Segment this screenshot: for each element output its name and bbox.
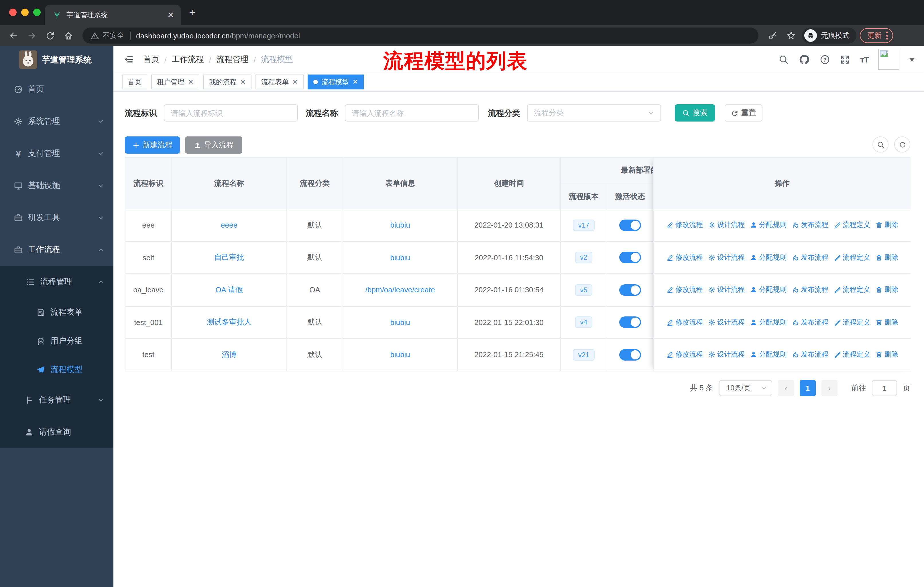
address-bar[interactable]: 不安全 dashboard.yudao.iocoder.cn/bpm/manag… — [82, 28, 759, 43]
action-delete[interactable]: 删除 — [875, 350, 898, 360]
font-size-icon[interactable]: тT — [860, 55, 868, 64]
action-delete[interactable]: 删除 — [875, 220, 898, 230]
new-tab-button[interactable]: + — [189, 7, 195, 18]
breadcrumb-home[interactable]: 首页 — [143, 54, 159, 64]
minimize-window-button[interactable] — [21, 8, 29, 16]
breadcrumb-process-manage[interactable]: 流程管理 — [216, 54, 249, 64]
goto-page-input[interactable] — [872, 380, 897, 396]
form-info-link[interactable]: biubiu — [390, 221, 410, 230]
action-design-process[interactable]: 设计流程 — [708, 253, 745, 263]
process-name-link[interactable]: 滔博 — [222, 350, 237, 360]
current-page-button[interactable]: 1 — [800, 380, 816, 396]
create-process-button[interactable]: 新建流程 — [125, 136, 180, 154]
action-delete[interactable]: 删除 — [875, 285, 898, 295]
form-info-link[interactable]: biubiu — [390, 318, 410, 327]
security-status[interactable]: 不安全 — [91, 31, 124, 40]
sidebar-item-home[interactable]: 首页 — [0, 73, 114, 106]
process-name-link[interactable]: 测试多审批人 — [207, 317, 251, 327]
avatar[interactable] — [878, 49, 899, 70]
sidebar-item-leave-query[interactable]: 请假查询 — [0, 416, 114, 448]
tag-tenant-manage[interactable]: 租户管理✕ — [151, 74, 200, 89]
action-delete[interactable]: 删除 — [875, 253, 898, 263]
action-process-definition[interactable]: 流程定义 — [833, 317, 870, 327]
close-icon[interactable]: ✕ — [292, 78, 298, 86]
category-select[interactable]: 流程分类 — [527, 104, 661, 122]
reload-button[interactable] — [42, 28, 57, 43]
active-toggle[interactable] — [619, 284, 641, 296]
process-name-link[interactable]: OA 请假 — [215, 285, 243, 295]
show-search-toggle-button[interactable] — [873, 136, 888, 152]
tag-process-model[interactable]: 流程模型✕ — [308, 74, 364, 89]
sidebar-item-user-group[interactable]: 用户分组 — [0, 327, 114, 356]
form-info-link[interactable]: biubiu — [390, 351, 410, 359]
close-window-button[interactable] — [9, 8, 16, 16]
page-size-select[interactable]: 10条/页 — [719, 380, 772, 396]
passwords-key-icon[interactable] — [765, 28, 780, 43]
action-design-process[interactable]: 设计流程 — [708, 285, 745, 295]
help-icon[interactable] — [820, 54, 830, 64]
import-process-button[interactable]: 导入流程 — [185, 136, 242, 154]
bookmark-star-icon[interactable] — [784, 28, 799, 43]
action-design-process[interactable]: 设计流程 — [708, 350, 745, 360]
refresh-table-button[interactable] — [894, 136, 910, 152]
tab-close-icon[interactable]: ✕ — [166, 10, 175, 20]
github-icon[interactable] — [799, 54, 810, 65]
maximize-window-button[interactable] — [33, 8, 41, 16]
action-edit-process[interactable]: 修改流程 — [666, 350, 703, 360]
active-toggle[interactable] — [619, 349, 641, 360]
sidebar-item-workflow[interactable]: 工作流程 — [0, 234, 114, 266]
sidebar-item-infrastructure[interactable]: 基础设施 — [0, 170, 114, 202]
action-process-definition[interactable]: 流程定义 — [833, 285, 870, 295]
fullscreen-icon[interactable] — [840, 54, 850, 64]
action-design-process[interactable]: 设计流程 — [708, 317, 745, 327]
action-edit-process[interactable]: 修改流程 — [666, 253, 703, 263]
process-name-input[interactable] — [352, 109, 472, 117]
action-publish-process[interactable]: 发布流程 — [792, 253, 828, 263]
avatar-caret-icon[interactable] — [909, 58, 915, 61]
back-button[interactable] — [6, 28, 21, 43]
breadcrumb-workflow[interactable]: 工作流程 — [172, 54, 204, 64]
process-id-input[interactable] — [171, 109, 291, 117]
tag-home[interactable]: 首页 — [122, 74, 147, 89]
action-publish-process[interactable]: 发布流程 — [792, 220, 828, 230]
reset-button[interactable]: 重置 — [724, 104, 762, 122]
search-icon[interactable] — [779, 54, 789, 64]
close-icon[interactable]: ✕ — [188, 78, 194, 86]
sidebar-item-process-model[interactable]: 流程模型 — [0, 356, 114, 384]
sidebar-fold-icon[interactable] — [124, 55, 134, 64]
action-process-definition[interactable]: 流程定义 — [833, 350, 870, 360]
action-assign-rules[interactable]: 分配规则 — [750, 220, 787, 230]
sidebar-item-task-manage[interactable]: 任务管理 — [0, 384, 114, 416]
action-assign-rules[interactable]: 分配规则 — [750, 317, 787, 327]
update-chrome-button[interactable]: 更新 — [860, 28, 893, 43]
active-toggle[interactable] — [619, 252, 641, 263]
action-assign-rules[interactable]: 分配规则 — [750, 253, 787, 263]
form-info-link[interactable]: biubiu — [390, 253, 410, 262]
action-process-definition[interactable]: 流程定义 — [833, 253, 870, 263]
home-button[interactable] — [61, 28, 76, 43]
sidebar-item-system[interactable]: 系统管理 — [0, 106, 114, 137]
browser-tab[interactable]: 芋道管理系统 ✕ — [45, 5, 181, 25]
action-assign-rules[interactable]: 分配规则 — [750, 350, 787, 360]
sidebar-item-process-manage[interactable]: 流程管理 — [0, 266, 114, 298]
action-edit-process[interactable]: 修改流程 — [666, 285, 703, 295]
action-assign-rules[interactable]: 分配规则 — [750, 285, 787, 295]
close-icon[interactable]: ✕ — [240, 78, 246, 86]
action-edit-process[interactable]: 修改流程 — [666, 317, 703, 327]
tag-my-process[interactable]: 我的流程✕ — [203, 74, 251, 89]
process-name-link[interactable]: 自己审批 — [214, 253, 244, 263]
app-logo[interactable]: 芋道管理系统 — [0, 46, 114, 73]
search-button[interactable]: 搜索 — [675, 104, 715, 122]
next-page-button[interactable]: › — [822, 380, 838, 396]
sidebar-item-payment[interactable]: ¥ 支付管理 — [0, 137, 114, 170]
action-delete[interactable]: 删除 — [875, 317, 898, 327]
action-publish-process[interactable]: 发布流程 — [792, 350, 828, 360]
action-publish-process[interactable]: 发布流程 — [792, 317, 828, 327]
prev-page-button[interactable]: ‹ — [778, 380, 794, 396]
sidebar-item-dev-tools[interactable]: 研发工具 — [0, 202, 114, 234]
sidebar-item-process-form[interactable]: 流程表单 — [0, 298, 114, 327]
active-toggle[interactable] — [619, 220, 641, 231]
tag-process-form[interactable]: 流程表单✕ — [256, 74, 304, 89]
process-name-link[interactable]: eeee — [221, 221, 238, 230]
active-toggle[interactable] — [619, 317, 641, 328]
